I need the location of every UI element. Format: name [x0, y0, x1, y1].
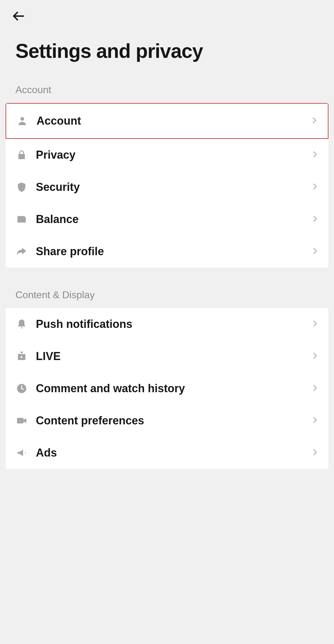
back-arrow-icon	[12, 10, 25, 24]
list-item-security[interactable]: Security	[6, 171, 328, 203]
video-icon	[15, 414, 28, 427]
page-title: Settings and privacy	[15, 40, 323, 62]
chevron-right-icon	[311, 416, 319, 425]
item-label: Balance	[36, 213, 311, 226]
share-icon	[15, 245, 28, 258]
list-item-comment-watch-history[interactable]: Comment and watch history	[6, 372, 328, 405]
item-label: LIVE	[36, 350, 311, 363]
chevron-right-icon	[311, 352, 319, 361]
svg-rect-4	[17, 418, 24, 423]
item-label: Security	[36, 181, 311, 194]
content-display-section-card: Push notifications LIVE Comment and watc…	[6, 308, 328, 469]
list-item-live[interactable]: LIVE	[6, 340, 328, 372]
chevron-right-icon	[311, 247, 319, 256]
chevron-right-icon	[311, 151, 319, 159]
wallet-icon	[15, 213, 28, 225]
chevron-right-icon	[311, 183, 319, 191]
account-section-card: Account Privacy Security	[6, 103, 328, 268]
section-header-content-display: Content & Display	[15, 289, 334, 301]
item-label: Account	[36, 114, 310, 127]
tv-icon	[15, 350, 28, 363]
item-label: Share profile	[36, 245, 311, 258]
item-label: Comment and watch history	[36, 382, 311, 395]
chevron-right-icon	[311, 320, 319, 328]
list-item-push-notifications[interactable]: Push notifications	[6, 308, 328, 340]
list-item-ads[interactable]: Ads	[6, 437, 328, 469]
section-header-account: Account	[15, 84, 334, 96]
chevron-right-icon	[311, 215, 319, 224]
item-label: Content preferences	[36, 414, 311, 427]
chevron-right-icon	[310, 117, 318, 125]
clock-icon	[15, 382, 28, 395]
list-item-privacy[interactable]: Privacy	[6, 139, 328, 171]
back-button[interactable]	[11, 9, 26, 24]
list-item-account[interactable]: Account	[6, 103, 328, 139]
item-label: Push notifications	[36, 318, 311, 331]
person-icon	[16, 115, 28, 127]
list-item-share-profile[interactable]: Share profile	[6, 235, 328, 268]
chevron-right-icon	[311, 449, 319, 457]
bell-icon	[15, 318, 28, 330]
chevron-right-icon	[311, 384, 319, 393]
svg-point-1	[20, 117, 24, 121]
list-item-balance[interactable]: Balance	[6, 203, 328, 235]
svg-rect-2	[23, 219, 25, 221]
megaphone-icon	[15, 447, 28, 459]
lock-icon	[15, 149, 28, 161]
list-item-content-preferences[interactable]: Content preferences	[6, 405, 328, 437]
shield-icon	[15, 181, 28, 193]
item-label: Ads	[36, 446, 311, 459]
item-label: Privacy	[36, 148, 311, 161]
